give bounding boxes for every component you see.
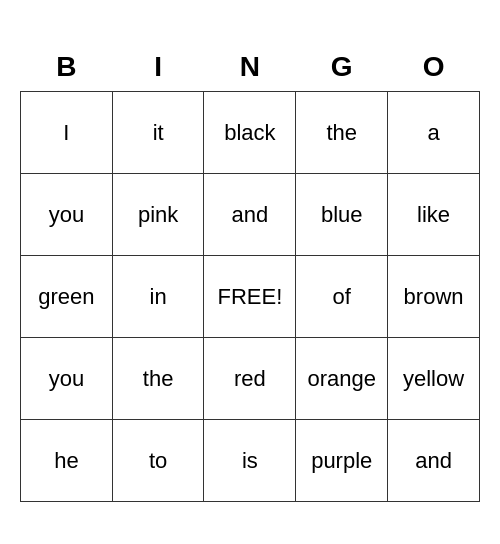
table-row: green in FREE! of brown <box>21 256 480 338</box>
cell-3-1: the <box>112 338 204 420</box>
cell-0-3: the <box>296 92 388 174</box>
table-row: he to is purple and <box>21 420 480 502</box>
col-i: I <box>112 42 204 92</box>
table-row: you the red orange yellow <box>21 338 480 420</box>
cell-4-1: to <box>112 420 204 502</box>
table-row: you pink and blue like <box>21 174 480 256</box>
col-n: N <box>204 42 296 92</box>
cell-1-2: and <box>204 174 296 256</box>
cell-4-2: is <box>204 420 296 502</box>
col-g: G <box>296 42 388 92</box>
cell-3-4: yellow <box>388 338 480 420</box>
cell-1-1: pink <box>112 174 204 256</box>
cell-1-3: blue <box>296 174 388 256</box>
cell-0-2: black <box>204 92 296 174</box>
cell-0-1: it <box>112 92 204 174</box>
cell-0-4: a <box>388 92 480 174</box>
cell-4-3: purple <box>296 420 388 502</box>
cell-3-2: red <box>204 338 296 420</box>
cell-4-4: and <box>388 420 480 502</box>
cell-2-3: of <box>296 256 388 338</box>
free-cell: FREE! <box>204 256 296 338</box>
cell-1-0: you <box>21 174 113 256</box>
col-o: O <box>388 42 480 92</box>
cell-3-3: orange <box>296 338 388 420</box>
cell-2-4: brown <box>388 256 480 338</box>
bingo-table: B I N G O I it black the a you pink and … <box>20 42 480 503</box>
cell-3-0: you <box>21 338 113 420</box>
bingo-container: B I N G O I it black the a you pink and … <box>0 22 500 523</box>
table-row: I it black the a <box>21 92 480 174</box>
col-b: B <box>21 42 113 92</box>
header-row: B I N G O <box>21 42 480 92</box>
cell-0-0: I <box>21 92 113 174</box>
cell-2-1: in <box>112 256 204 338</box>
cell-1-4: like <box>388 174 480 256</box>
cell-4-0: he <box>21 420 113 502</box>
cell-2-0: green <box>21 256 113 338</box>
